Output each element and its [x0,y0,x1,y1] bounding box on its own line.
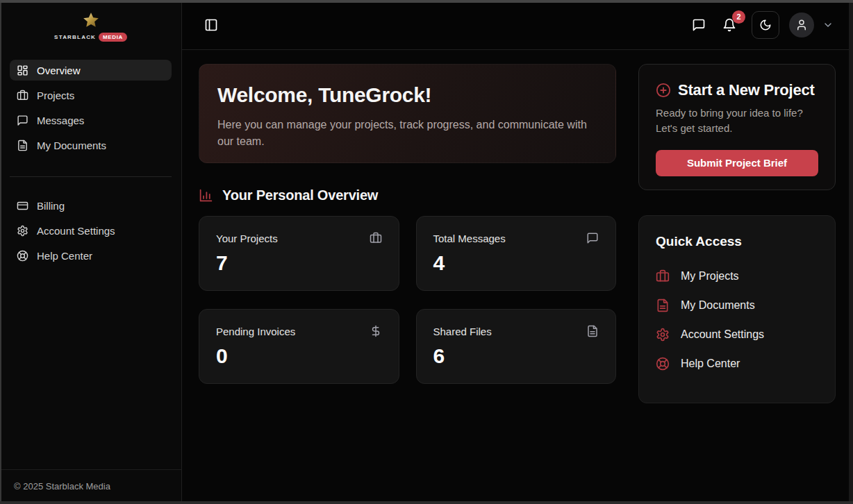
sidebar-nav-secondary: Billing Account Settings Help Center [0,195,181,270]
stat-value: 0 [216,344,382,368]
stat-card-shared-files: Shared Files 6 [416,309,617,384]
sidebar-item-account-settings[interactable]: Account Settings [10,220,172,241]
sidebar-item-label: Overview [37,65,81,76]
brand-logo: STARBLACK MEDIA [0,11,181,42]
sidebar-item-label: My Documents [37,140,106,151]
sidebar-item-label: Billing [37,200,65,212]
chevron-down-icon [822,19,834,31]
quick-link-account-settings[interactable]: Account Settings [656,328,818,342]
panel-left-icon [204,18,218,32]
quick-access-card: Quick Access My Projects My Documents [638,215,836,403]
scrollbar-track [849,3,853,501]
quick-link-label: My Projects [681,270,739,283]
stat-value: 7 [216,251,382,275]
notification-count-badge: 2 [732,10,745,24]
stat-value: 6 [433,344,599,368]
stat-label: Pending Invoices [216,326,295,337]
window-frame-left [0,3,1,501]
user-icon [795,19,808,31]
topbar: 2 [182,0,853,50]
sidebar-item-label: Account Settings [37,225,115,237]
messages-button[interactable] [686,12,711,37]
stat-value: 4 [433,251,599,275]
section-title: Your Personal Overview [222,187,378,203]
quick-link-my-documents[interactable]: My Documents [656,299,818,312]
stat-label: Your Projects [216,233,278,244]
user-avatar[interactable] [789,12,814,37]
message-square-icon [586,232,599,244]
sidebar-item-projects[interactable]: Projects [10,85,172,106]
sidebar-item-label: Help Center [37,250,92,262]
stat-card-total-messages: Total Messages 4 [416,216,617,291]
new-project-description: Ready to bring your idea to life? Let's … [656,106,818,136]
sidebar-nav-main: Overview Projects Messages My Documents [0,60,181,160]
sidebar-item-label: Messages [37,115,84,126]
welcome-subtitle: Here you can manage your projects, track… [217,117,597,150]
sidebar-toggle-button[interactable] [199,12,224,37]
user-menu-button[interactable] [820,17,836,33]
window-frame-top [0,0,853,3]
file-text-icon [656,299,670,312]
layout-dashboard-icon [17,65,28,76]
window-frame-bottom [0,501,853,504]
stat-card-pending-invoices: Pending Invoices 0 [199,309,399,384]
app-window: STARBLACK MEDIA Overview Projects [0,0,853,504]
quick-link-label: Account Settings [681,328,764,341]
quick-access-title: Quick Access [656,234,818,249]
theme-toggle-button[interactable] [752,11,779,39]
stat-label: Shared Files [433,326,492,337]
quick-link-my-projects[interactable]: My Projects [656,269,818,283]
stat-card-your-projects: Your Projects 7 [199,216,399,291]
bar-chart-icon [199,188,213,203]
sidebar-item-overview[interactable]: Overview [10,60,172,81]
sidebar-item-my-documents[interactable]: My Documents [10,135,172,156]
star-logo-icon [81,11,101,31]
gear-icon [17,225,28,237]
stats-grid: Your Projects 7 Total Messages 4 [199,216,616,384]
new-project-card: Start a New Project Ready to bring your … [638,64,836,190]
briefcase-icon [370,232,382,244]
new-project-title: Start a New Project [678,81,815,99]
copyright-text: © 2025 Starblack Media [0,469,181,504]
sidebar-item-label: Projects [37,90,74,101]
brand-name: STARBLACK [54,34,96,40]
submit-project-brief-button[interactable]: Submit Project Brief [656,150,818,176]
main-area: 2 [182,0,853,504]
welcome-card: Welcome, TuneGrock! Here you can manage … [199,64,616,163]
overview-section-heading: Your Personal Overview [199,187,616,203]
quick-link-help-center[interactable]: Help Center [656,357,818,371]
content: Welcome, TuneGrock! Here you can manage … [182,50,853,420]
file-text-icon [586,325,599,337]
sidebar-item-help-center[interactable]: Help Center [10,245,172,266]
sidebar-item-messages[interactable]: Messages [10,110,172,131]
welcome-title: Welcome, TuneGrock! [217,83,597,107]
sidebar-divider [10,176,172,177]
moon-icon [759,19,772,31]
file-text-icon [17,140,28,151]
gear-icon [656,328,670,342]
briefcase-icon [656,269,670,283]
dollar-sign-icon [370,325,382,337]
credit-card-icon [17,200,28,212]
quick-link-label: My Documents [681,299,755,312]
message-square-icon [692,18,706,32]
life-buoy-icon [17,250,28,262]
stat-label: Total Messages [433,233,506,244]
quick-link-label: Help Center [681,358,740,370]
message-square-icon [17,115,28,126]
sidebar-item-billing[interactable]: Billing [10,195,172,216]
life-buoy-icon [656,357,670,371]
briefcase-icon [17,90,28,101]
brand-badge: MEDIA [99,33,127,42]
circle-plus-icon [656,83,671,98]
sidebar: STARBLACK MEDIA Overview Projects [0,0,182,504]
